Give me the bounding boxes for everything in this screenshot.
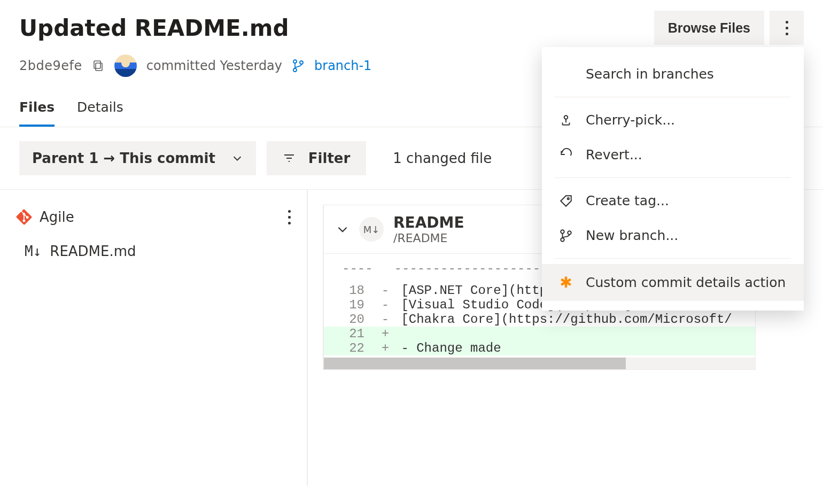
star-icon: ✱ — [558, 274, 574, 291]
diff-line: 21+ — [324, 327, 755, 341]
dropdown-label: Parent 1 → This commit — [32, 150, 215, 166]
diff-marker: + — [377, 327, 393, 341]
tab-files[interactable]: Files — [19, 99, 55, 127]
line-number: 21 — [324, 327, 377, 341]
menu-divider — [555, 258, 791, 259]
repo-name: Agile — [40, 209, 74, 225]
menu-new-branch[interactable]: New branch... — [542, 218, 804, 253]
code-text: [Chakra Core](https://github.com/Microso… — [393, 312, 755, 327]
diff-marker: + — [377, 341, 393, 355]
menu-divider — [555, 177, 791, 178]
tag-icon — [558, 194, 574, 208]
browse-files-button[interactable]: Browse Files — [654, 11, 764, 45]
svg-point-7 — [561, 230, 564, 234]
page-title: Updated README.md — [19, 15, 289, 41]
commit-actions-menu: Search in branches Cherry-pick... Revert… — [542, 47, 804, 311]
branch-link[interactable]: branch-1 — [314, 58, 371, 73]
tree-more-button[interactable] — [288, 210, 291, 224]
cherry-pick-icon — [558, 113, 574, 127]
file-name: README.md — [50, 243, 136, 259]
diff-file-title: README — [393, 214, 464, 231]
svg-point-5 — [564, 115, 568, 119]
copy-icon[interactable] — [92, 59, 105, 72]
filter-button[interactable]: Filter — [267, 141, 366, 175]
tree-file-item[interactable]: M↓ README.md — [25, 243, 301, 259]
code-text — [393, 327, 755, 341]
diff-file-path: /README — [393, 231, 464, 245]
avatar — [114, 55, 137, 77]
svg-point-2 — [293, 60, 297, 63]
line-number: 19 — [324, 298, 377, 312]
chevron-down-icon — [231, 152, 243, 164]
menu-label: Create tag... — [586, 193, 669, 208]
diff-line: 22+ - Change made — [324, 341, 755, 355]
repo-icon — [16, 209, 32, 225]
svg-point-6 — [568, 198, 569, 199]
more-vertical-icon — [786, 21, 788, 35]
svg-rect-1 — [94, 61, 100, 68]
svg-point-9 — [568, 231, 571, 235]
menu-label: Custom commit details action — [586, 275, 786, 290]
menu-custom-action[interactable]: ✱ Custom commit details action — [542, 264, 804, 301]
menu-create-tag[interactable]: Create tag... — [542, 183, 804, 218]
diff-line: 20- [Chakra Core](https://github.com/Mic… — [324, 312, 755, 327]
line-number: 22 — [324, 341, 377, 355]
filter-icon — [283, 152, 296, 165]
code-text: - Change made — [393, 341, 755, 355]
markdown-icon: M↓ — [359, 217, 384, 242]
menu-label: Cherry-pick... — [586, 112, 675, 128]
diff-marker: - — [377, 283, 393, 298]
more-vertical-icon — [288, 210, 291, 224]
tab-details[interactable]: Details — [77, 99, 123, 127]
markdown-icon: M↓ — [25, 243, 41, 259]
svg-point-8 — [561, 238, 564, 242]
menu-label: New branch... — [586, 228, 678, 243]
svg-point-3 — [293, 68, 297, 72]
svg-rect-0 — [96, 63, 102, 71]
filter-label: Filter — [308, 150, 350, 166]
branch-icon — [558, 229, 574, 243]
committed-text: committed Yesterday — [146, 58, 282, 73]
chevron-down-icon[interactable] — [336, 222, 350, 236]
menu-divider — [555, 97, 791, 97]
menu-cherry-pick[interactable]: Cherry-pick... — [542, 103, 804, 137]
line-number: 18 — [324, 283, 377, 298]
diff-marker: - — [377, 312, 393, 327]
menu-revert[interactable]: Revert... — [542, 137, 804, 172]
horizontal-scrollbar[interactable] — [324, 358, 755, 369]
changed-files-text: 1 changed file — [393, 150, 492, 166]
parent-commit-dropdown[interactable]: Parent 1 → This commit — [19, 141, 256, 175]
more-actions-button[interactable] — [770, 11, 804, 45]
branch-icon — [292, 59, 305, 73]
diff-marker: - — [377, 298, 393, 312]
svg-point-4 — [300, 61, 303, 64]
menu-label: Revert... — [586, 147, 642, 162]
menu-search-branches[interactable]: Search in branches — [542, 57, 804, 91]
menu-label: Search in branches — [586, 66, 714, 82]
revert-icon — [558, 148, 574, 162]
commit-hash: 2bde9efe — [19, 58, 82, 73]
line-number: 20 — [324, 312, 377, 327]
